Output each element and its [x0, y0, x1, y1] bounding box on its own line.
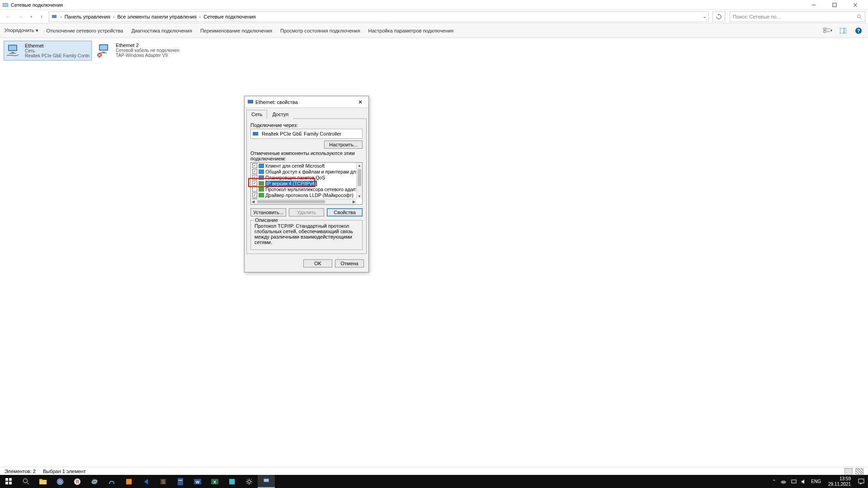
- components-list[interactable]: Клиент для сетей Microsoft Общий доступ …: [250, 162, 363, 205]
- taskbar-file-explorer[interactable]: [34, 475, 52, 488]
- checkbox[interactable]: [252, 181, 257, 186]
- chevron-right-icon[interactable]: ›: [60, 14, 62, 19]
- tray-onedrive-icon[interactable]: [780, 479, 787, 484]
- refresh-button[interactable]: [712, 11, 725, 22]
- large-icons-view-button[interactable]: [855, 468, 863, 474]
- chevron-right-icon[interactable]: ›: [199, 14, 201, 19]
- search-button[interactable]: [17, 475, 34, 488]
- svg-rect-37: [39, 479, 42, 480]
- component-row[interactable]: Планировщик пакетов QoS: [251, 174, 356, 180]
- connection-item-ethernet2[interactable]: Ethernet 2 Сетевой кабель не подключен T…: [95, 41, 183, 61]
- component-row[interactable]: Драйвер протокола LLDP (Майкрософт): [251, 192, 356, 198]
- breadcrumb-segment[interactable]: Панель управления: [65, 14, 110, 19]
- taskbar-chrome[interactable]: [52, 475, 69, 488]
- taskbar-network-connections[interactable]: [258, 475, 275, 488]
- back-button[interactable]: ←: [3, 11, 14, 22]
- scroll-left-icon[interactable]: ◀: [252, 200, 255, 204]
- search-input[interactable]: Поиск: Сетевые по...: [730, 11, 865, 22]
- up-button[interactable]: ↑: [36, 11, 47, 22]
- component-icon: [259, 169, 264, 174]
- minimize-button[interactable]: [803, 0, 824, 10]
- scroll-thumb[interactable]: [257, 200, 325, 203]
- component-row-ipv4[interactable]: IP версии 4 (TCP/IPv4): [251, 180, 356, 186]
- toolbar-settings[interactable]: Настройка параметров подключения: [368, 28, 453, 33]
- dialog-close-button[interactable]: ✕: [355, 98, 366, 106]
- help-button[interactable]: ?: [854, 26, 863, 36]
- toolbar-diagnose[interactable]: Диагностика подключения: [131, 28, 192, 33]
- toolbar-status[interactable]: Просмотр состояния подключения: [280, 28, 360, 33]
- svg-rect-20: [9, 53, 16, 54]
- taskbar-settings[interactable]: [241, 475, 258, 488]
- component-row[interactable]: Протокол мультиплексора сетевого адаптер…: [251, 186, 356, 192]
- configure-button[interactable]: Настроить...: [324, 141, 363, 149]
- taskbar-sublime[interactable]: S: [155, 475, 172, 488]
- maximize-button[interactable]: [824, 0, 845, 10]
- taskbar-vscode[interactable]: [137, 475, 155, 488]
- tab-access[interactable]: Доступ: [267, 110, 293, 119]
- preview-pane-button[interactable]: [838, 26, 848, 36]
- tray-notifications-icon[interactable]: [858, 479, 864, 485]
- view-options-button[interactable]: ▾: [823, 26, 833, 36]
- toolbar-disable[interactable]: Отключение сетевого устройства: [47, 28, 123, 33]
- ethernet-small-icon: [247, 99, 254, 105]
- tray-chevron-up-icon[interactable]: ⌃: [772, 479, 776, 484]
- vertical-scrollbar[interactable]: ▲ ▼: [356, 163, 362, 199]
- breadcrumb-bar[interactable]: › Панель управления › Все элементы панел…: [49, 11, 709, 22]
- taskbar-app-cyan[interactable]: [223, 475, 241, 488]
- taskbar-app-orange[interactable]: [120, 475, 137, 488]
- tray-language[interactable]: ENG: [811, 479, 821, 484]
- checkbox[interactable]: [252, 175, 257, 180]
- component-row[interactable]: Клиент для сетей Microsoft: [251, 163, 356, 169]
- svg-rect-29: [253, 132, 258, 136]
- checkbox[interactable]: [252, 169, 257, 174]
- scroll-down-icon[interactable]: ▼: [357, 193, 362, 199]
- checkbox[interactable]: [252, 187, 257, 192]
- taskbar-word[interactable]: W: [189, 475, 206, 488]
- connect-via-label: Подключение через:: [250, 122, 363, 128]
- tab-network[interactable]: Сеть: [246, 110, 267, 119]
- svg-rect-23: [102, 52, 105, 52]
- taskbar-ie[interactable]: [86, 475, 103, 488]
- checkbox[interactable]: [252, 192, 257, 197]
- component-row[interactable]: Общий доступ к файлам и принтерам для се…: [251, 169, 356, 174]
- taskbar-yandex[interactable]: Я: [69, 475, 86, 488]
- connection-item-ethernet[interactable]: Ethernet Сеть Realtek PCIe GbE Family Co…: [4, 41, 92, 61]
- start-button[interactable]: [0, 475, 17, 488]
- title-bar: Сетевые подключения: [0, 0, 868, 10]
- properties-button[interactable]: Свойства: [327, 208, 363, 216]
- tray-network-icon[interactable]: [791, 479, 797, 484]
- toolbar-rename[interactable]: Переименование подключения: [200, 28, 272, 33]
- scroll-up-icon[interactable]: ▲: [357, 163, 362, 168]
- svg-point-34: [23, 479, 27, 483]
- svg-line-66: [247, 483, 248, 484]
- tray-clock[interactable]: 13:59 29.11.2021: [826, 476, 854, 487]
- ok-button[interactable]: OK: [303, 259, 332, 267]
- tray-volume-icon[interactable]: [801, 479, 807, 484]
- install-button[interactable]: Установить...: [250, 208, 286, 216]
- dropdown-chevron-icon[interactable]: ⌄: [703, 14, 707, 19]
- svg-text:Я: Я: [75, 479, 79, 484]
- adapter-field: Realtek PCIe GbE Family Controller: [250, 129, 363, 139]
- taskbar-app-blue[interactable]: [103, 475, 120, 488]
- cancel-button[interactable]: Отмена: [335, 259, 364, 267]
- organize-menu[interactable]: Упорядочить ▾: [5, 28, 38, 33]
- svg-rect-33: [9, 482, 12, 484]
- close-button[interactable]: [845, 0, 866, 10]
- forward-button[interactable]: →: [15, 11, 26, 22]
- horizontal-scrollbar[interactable]: ◀ ▶: [251, 199, 356, 204]
- chevron-right-icon[interactable]: ›: [113, 14, 115, 19]
- scroll-right-icon[interactable]: ▶: [353, 200, 355, 204]
- adapter-icon: [253, 131, 259, 136]
- checkbox[interactable]: [252, 163, 257, 168]
- breadcrumb-segment[interactable]: Все элементы панели управления: [117, 14, 196, 19]
- recent-locations-button[interactable]: ▾: [28, 11, 34, 22]
- breadcrumb-segment[interactable]: Сетевые подключения: [203, 14, 255, 19]
- taskbar-calculator[interactable]: [172, 475, 189, 488]
- details-view-button[interactable]: [844, 468, 853, 474]
- dialog-title-bar[interactable]: Ethernet: свойства ✕: [245, 96, 368, 108]
- taskbar-excel[interactable]: X: [206, 475, 223, 488]
- svg-rect-49: [178, 478, 183, 485]
- svg-line-64: [250, 483, 251, 484]
- svg-rect-57: [229, 479, 235, 484]
- scroll-thumb[interactable]: [358, 169, 361, 186]
